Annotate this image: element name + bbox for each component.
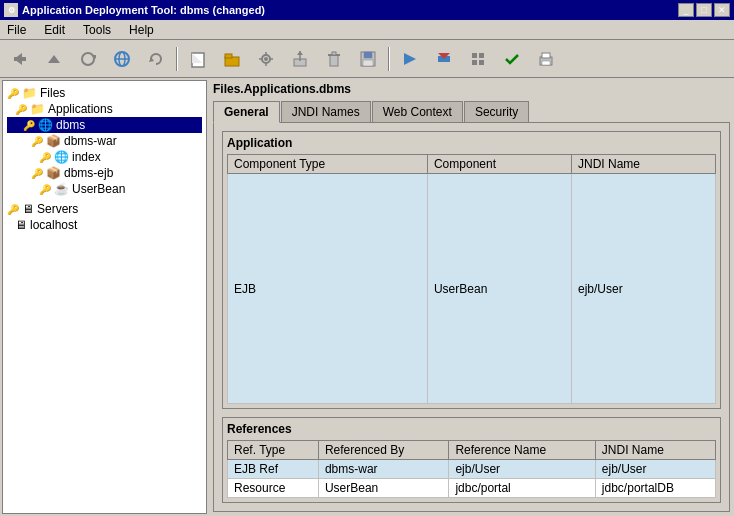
svg-rect-31: [472, 53, 477, 58]
toolbar-undeploy[interactable]: [428, 44, 460, 74]
tree-item-applications[interactable]: 🔑 📁 Applications: [7, 101, 202, 117]
toolbar-new[interactable]: [182, 44, 214, 74]
menu-file[interactable]: File: [4, 22, 29, 38]
tree-item-index[interactable]: 🔑 🌐 index: [7, 149, 202, 165]
tree-label-index: index: [72, 150, 101, 164]
application-table: Component Type Component JNDI Name EJB U…: [227, 154, 716, 404]
globe-icon-dbms: 🌐: [38, 118, 53, 132]
key-icon-apps: 🔑: [15, 104, 27, 115]
app-icon: ⚙: [4, 3, 18, 17]
key-icon-ejb: 🔑: [31, 168, 43, 179]
svg-rect-27: [363, 60, 373, 66]
svg-point-14: [264, 57, 268, 61]
references-table: Ref. Type Referenced By Reference Name J…: [227, 440, 716, 498]
tree-label-dbms: dbms: [56, 118, 85, 132]
toolbar-delete[interactable]: [318, 44, 350, 74]
toolbar-reload[interactable]: [140, 44, 172, 74]
svg-rect-33: [472, 60, 477, 65]
tree-item-servers[interactable]: 🔑 🖥 Servers: [7, 201, 202, 217]
title-bar: ⚙ Application Deployment Tool: dbms (cha…: [0, 0, 734, 20]
toolbar-globe[interactable]: [106, 44, 138, 74]
key-icon: 🔑: [7, 88, 19, 99]
ref-cell-jndi-1: jdbc/portalDB: [595, 479, 715, 498]
toolbar-save[interactable]: [352, 44, 384, 74]
toolbar-view[interactable]: [250, 44, 282, 74]
tab-web-context[interactable]: Web Context: [372, 101, 463, 123]
right-panel: Files.Applications.dbms General JNDI Nam…: [209, 78, 734, 516]
key-icon-servers: 🔑: [7, 204, 19, 215]
menu-edit[interactable]: Edit: [41, 22, 68, 38]
tree-label-localhost: localhost: [30, 218, 77, 232]
ref-row-0[interactable]: EJB Ref dbms-war ejb/User ejb/User: [228, 460, 716, 479]
key-icon-dbms: 🔑: [23, 120, 35, 131]
tab-security[interactable]: Security: [464, 101, 529, 123]
maximize-button[interactable]: □: [696, 3, 712, 17]
col-ref-type: Ref. Type: [228, 441, 319, 460]
main-layout: 🔑 📁 Files 🔑 📁 Applications 🔑 🌐 dbms 🔑 📦 …: [0, 78, 734, 516]
menu-bar: File Edit Tools Help: [0, 20, 734, 40]
svg-rect-37: [542, 61, 550, 65]
key-icon-war: 🔑: [31, 136, 43, 147]
toolbar-sep-2: [388, 47, 390, 71]
key-icon-userbean: 🔑: [39, 184, 51, 195]
tree-panel: 🔑 📁 Files 🔑 📁 Applications 🔑 🌐 dbms 🔑 📦 …: [2, 80, 207, 514]
tree-label-servers: Servers: [37, 202, 78, 216]
application-section-title: Application: [227, 136, 716, 150]
tree-label-userbean: UserBean: [72, 182, 125, 196]
minimize-button[interactable]: _: [678, 3, 694, 17]
tree-label-dbms-war: dbms-war: [64, 134, 117, 148]
col-referenced-by: Referenced By: [318, 441, 448, 460]
jar-icon-war: 📦: [46, 134, 61, 148]
tab-bar: General JNDI Names Web Context Security: [213, 100, 730, 122]
toolbar-settings[interactable]: [462, 44, 494, 74]
toolbar-deploy[interactable]: [394, 44, 426, 74]
server-icon-servers: 🖥: [22, 202, 34, 216]
svg-marker-2: [48, 55, 60, 63]
app-icon-userbean: ☕: [54, 182, 69, 196]
tree-item-localhost[interactable]: 🖥 localhost: [7, 217, 202, 233]
window-controls[interactable]: _ □ ✕: [678, 3, 730, 17]
tab-general[interactable]: General: [213, 101, 280, 123]
toolbar-open[interactable]: [216, 44, 248, 74]
ref-cell-by-0: dbms-war: [318, 460, 448, 479]
tree-item-files[interactable]: 🔑 📁 Files: [7, 85, 202, 101]
menu-tools[interactable]: Tools: [80, 22, 114, 38]
folder-icon-files: 📁: [22, 86, 37, 100]
key-icon-index: 🔑: [39, 152, 51, 163]
col-reference-name: Reference Name: [449, 441, 595, 460]
svg-rect-22: [330, 55, 338, 66]
svg-rect-36: [542, 53, 550, 58]
toolbar-refresh[interactable]: [72, 44, 104, 74]
tree-item-dbms-ejb[interactable]: 🔑 📦 dbms-ejb: [7, 165, 202, 181]
tab-jndi-names[interactable]: JNDI Names: [281, 101, 371, 123]
app-cell-type-0: EJB: [228, 174, 428, 404]
ref-row-1[interactable]: Resource UserBean jdbc/portal jdbc/porta…: [228, 479, 716, 498]
ref-cell-name-1: jdbc/portal: [449, 479, 595, 498]
tree-item-dbms[interactable]: 🔑 🌐 dbms: [7, 117, 202, 133]
window-title: Application Deployment Tool: dbms (chang…: [22, 4, 265, 16]
ref-cell-by-1: UserBean: [318, 479, 448, 498]
toolbar-validate[interactable]: [496, 44, 528, 74]
tree-label-dbms-ejb: dbms-ejb: [64, 166, 113, 180]
app-cell-component-0: UserBean: [427, 174, 571, 404]
toolbar-print[interactable]: [530, 44, 562, 74]
globe-icon-index: 🌐: [54, 150, 69, 164]
col-component-type: Component Type: [228, 155, 428, 174]
folder-icon-apps: 📁: [30, 102, 45, 116]
svg-rect-26: [364, 52, 372, 58]
tree-item-userbean[interactable]: 🔑 ☕ UserBean: [7, 181, 202, 197]
toolbar-back[interactable]: [4, 44, 36, 74]
menu-help[interactable]: Help: [126, 22, 157, 38]
close-button[interactable]: ✕: [714, 3, 730, 17]
breadcrumb: Files.Applications.dbms: [213, 82, 730, 96]
server-icon-localhost: 🖥: [15, 218, 27, 232]
tree-item-dbms-war[interactable]: 🔑 📦 dbms-war: [7, 133, 202, 149]
toolbar-up[interactable]: [38, 44, 70, 74]
col-ref-jndi-name: JNDI Name: [595, 441, 715, 460]
toolbar-export[interactable]: [284, 44, 316, 74]
toolbar: [0, 40, 734, 78]
ref-cell-type-1: Resource: [228, 479, 319, 498]
svg-rect-34: [479, 60, 484, 65]
app-row-0[interactable]: EJB UserBean ejb/User: [228, 174, 716, 404]
ref-cell-type-0: EJB Ref: [228, 460, 319, 479]
